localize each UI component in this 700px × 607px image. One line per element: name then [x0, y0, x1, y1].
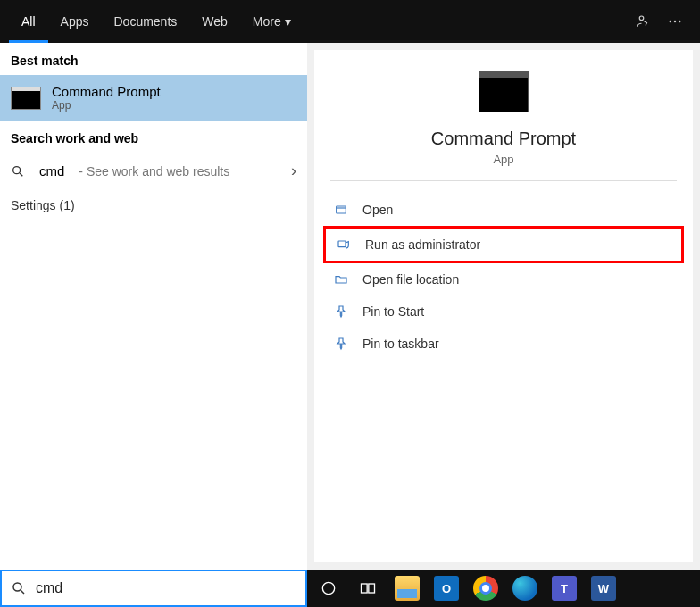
web-hint: - See work and web results — [79, 164, 229, 179]
action-open-file-location[interactable]: Open file location — [323, 263, 684, 295]
chevron-right-icon: › — [291, 162, 296, 180]
taskbar-file-explorer[interactable] — [391, 573, 423, 603]
section-settings[interactable]: Settings (1) — [0, 189, 307, 221]
cortana-icon[interactable] — [312, 573, 345, 603]
feedback-icon[interactable] — [627, 0, 659, 43]
tab-web[interactable]: Web — [189, 0, 240, 43]
svg-point-4 — [13, 166, 21, 173]
search-icon — [11, 164, 29, 179]
svg-rect-6 — [338, 241, 346, 247]
search-icon — [11, 580, 27, 596]
detail-title: Command Prompt — [431, 129, 576, 149]
section-best-match: Best match — [0, 43, 307, 75]
detail-header: Command Prompt App — [330, 50, 677, 181]
detail-panel: Command Prompt App Open Run as administr… — [314, 50, 693, 562]
tab-documents[interactable]: Documents — [101, 0, 189, 43]
svg-rect-9 — [362, 584, 368, 593]
action-label: Pin to Start — [362, 304, 424, 319]
section-search-work-web: Search work and web — [0, 121, 307, 153]
svg-point-0 — [639, 16, 644, 21]
svg-point-8 — [322, 582, 334, 594]
tab-label: Apps — [61, 14, 89, 29]
admin-shield-icon — [335, 236, 353, 254]
results-panel: Best match Command Prompt App Search wor… — [0, 43, 307, 570]
tab-apps[interactable]: Apps — [48, 0, 102, 43]
detail-type: App — [493, 153, 513, 166]
search-box[interactable] — [0, 570, 307, 607]
taskbar: O T W — [307, 570, 700, 607]
action-list: Open Run as administrator Open file loca… — [314, 181, 693, 372]
task-view-icon[interactable] — [352, 573, 384, 603]
result-title: Command Prompt — [52, 84, 161, 99]
search-filter-tabs: All Apps Documents Web More▾ — [0, 0, 700, 43]
tab-label: Documents — [113, 14, 177, 29]
tab-label: More — [253, 14, 281, 29]
open-icon — [332, 201, 350, 219]
tab-label: All — [21, 14, 36, 29]
command-prompt-icon — [11, 87, 41, 110]
svg-point-1 — [670, 21, 671, 22]
svg-point-3 — [679, 21, 680, 22]
folder-icon — [332, 270, 350, 288]
action-label: Pin to taskbar — [362, 337, 439, 351]
action-pin-to-taskbar[interactable]: Pin to taskbar — [323, 328, 684, 360]
svg-point-7 — [13, 583, 21, 591]
action-label: Open — [362, 203, 393, 217]
svg-rect-5 — [337, 206, 346, 213]
action-label: Run as administrator — [365, 237, 480, 252]
web-query: cmd — [39, 163, 64, 179]
result-text: Command Prompt App — [52, 84, 161, 112]
command-prompt-large-icon — [479, 71, 529, 112]
chevron-down-icon: ▾ — [285, 14, 291, 29]
more-options-icon[interactable] — [659, 0, 691, 43]
action-pin-to-start[interactable]: Pin to Start — [323, 295, 684, 328]
action-open[interactable]: Open — [323, 194, 684, 226]
settings-label: Settings (1) — [11, 198, 75, 212]
result-command-prompt[interactable]: Command Prompt App — [0, 75, 307, 121]
tab-label: Web — [202, 14, 228, 29]
taskbar-outlook[interactable]: O — [430, 573, 462, 603]
tab-more[interactable]: More▾ — [240, 0, 304, 43]
action-label: Open file location — [362, 272, 459, 287]
svg-point-2 — [674, 21, 676, 22]
taskbar-word[interactable]: W — [588, 573, 620, 603]
search-input[interactable] — [36, 580, 296, 596]
pin-taskbar-icon — [332, 335, 350, 353]
web-result-cmd[interactable]: cmd - See work and web results › — [0, 153, 307, 189]
tab-all[interactable]: All — [9, 0, 48, 43]
taskbar-chrome[interactable] — [470, 573, 502, 603]
taskbar-teams[interactable]: T — [548, 573, 580, 603]
pin-start-icon — [332, 303, 350, 320]
action-run-as-administrator[interactable]: Run as administrator — [323, 226, 684, 263]
svg-rect-10 — [369, 584, 375, 593]
taskbar-edge[interactable] — [509, 573, 541, 603]
result-type: App — [52, 99, 161, 112]
